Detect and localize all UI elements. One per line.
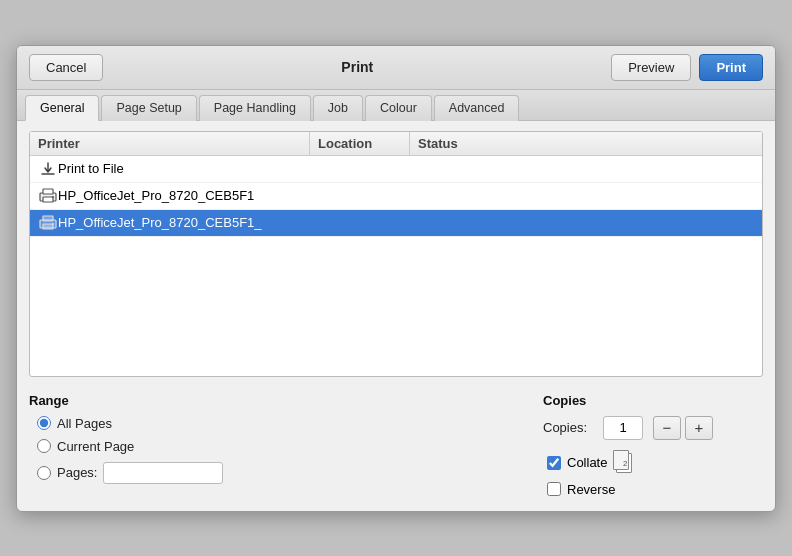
tab-job[interactable]: Job: [313, 95, 363, 121]
cancel-button[interactable]: Cancel: [29, 54, 103, 81]
printer-name: HP_OfficeJet_Pro_8720_CEB5F1: [58, 188, 254, 203]
bottom-section: Range All Pages Current Page Pages:: [29, 389, 763, 501]
copies-title: Copies: [543, 393, 763, 408]
col-header-status: Status: [410, 132, 762, 155]
tab-page-setup[interactable]: Page Setup: [101, 95, 196, 121]
printer-list-header: Printer Location Status: [30, 132, 762, 156]
printer-list-container: Printer Location Status Print to File: [29, 131, 763, 377]
reverse-item[interactable]: Reverse: [547, 482, 763, 497]
dialog-title: Print: [103, 59, 611, 75]
radio-pages[interactable]: [37, 466, 51, 480]
svg-rect-5: [43, 216, 53, 221]
collate-page-front: 2: [613, 450, 629, 470]
tab-colour[interactable]: Colour: [365, 95, 432, 121]
radio-all-pages-label: All Pages: [57, 416, 112, 431]
range-section: Range All Pages Current Page Pages:: [29, 393, 523, 497]
titlebar: Cancel Print Preview Print: [17, 46, 775, 90]
copies-row: Copies: 1 − +: [543, 416, 763, 440]
copies-value: 1: [603, 416, 643, 440]
preview-button[interactable]: Preview: [611, 54, 691, 81]
copies-options: Collate 2 Reverse: [543, 450, 763, 497]
print-dialog: Cancel Print Preview Print General Page …: [16, 45, 776, 512]
collate-icon: 2: [613, 450, 639, 476]
tab-general[interactable]: General: [25, 95, 99, 121]
range-radio-group: All Pages Current Page Pages:: [29, 416, 523, 484]
svg-rect-1: [43, 189, 53, 194]
radio-all-pages[interactable]: [37, 416, 51, 430]
radio-pages-label: Pages:: [57, 465, 97, 480]
tab-bar: General Page Setup Page Handling Job Col…: [17, 90, 775, 121]
radio-item-current-page[interactable]: Current Page: [37, 439, 523, 454]
printer-row-hp2[interactable]: HP_OfficeJet_Pro_8720_CEB5F1_: [30, 210, 762, 237]
col-header-location: Location: [310, 132, 410, 155]
svg-rect-6: [43, 224, 53, 229]
printer-row-hp1[interactable]: HP_OfficeJet_Pro_8720_CEB5F1: [30, 183, 762, 210]
range-title: Range: [29, 393, 523, 408]
radio-item-pages[interactable]: Pages:: [37, 462, 523, 484]
printer-name: Print to File: [58, 161, 124, 176]
copies-label: Copies:: [543, 420, 593, 435]
collate-item[interactable]: Collate 2: [547, 450, 763, 476]
reverse-checkbox[interactable]: [547, 482, 561, 496]
radio-item-all-pages[interactable]: All Pages: [37, 416, 523, 431]
copies-decrement-button[interactable]: −: [653, 416, 681, 440]
radio-current-page[interactable]: [37, 439, 51, 453]
tab-advanced[interactable]: Advanced: [434, 95, 520, 121]
col-header-printer: Printer: [30, 132, 310, 155]
download-icon: [38, 161, 58, 177]
titlebar-right: Preview Print: [611, 54, 763, 81]
tab-content: Printer Location Status Print to File: [17, 121, 775, 511]
printer-row-print-to-file[interactable]: Print to File: [30, 156, 762, 183]
printer-icon: [38, 188, 58, 204]
printer-list: Print to File HP_OfficeJet_Pro_8720_CEB5…: [30, 156, 762, 376]
collate-label: Collate: [567, 455, 607, 470]
copies-section: Copies Copies: 1 − + Collate: [543, 393, 763, 497]
tab-page-handling[interactable]: Page Handling: [199, 95, 311, 121]
reverse-label: Reverse: [567, 482, 615, 497]
print-button[interactable]: Print: [699, 54, 763, 81]
pages-input[interactable]: [103, 462, 223, 484]
printer-name: HP_OfficeJet_Pro_8720_CEB5F1_: [58, 215, 262, 230]
radio-current-page-label: Current Page: [57, 439, 134, 454]
svg-point-3: [52, 196, 54, 198]
copies-buttons: − +: [653, 416, 713, 440]
printer-icon: [38, 215, 58, 231]
svg-point-7: [52, 223, 54, 225]
copies-increment-button[interactable]: +: [685, 416, 713, 440]
collate-checkbox[interactable]: [547, 456, 561, 470]
svg-rect-2: [43, 197, 53, 202]
